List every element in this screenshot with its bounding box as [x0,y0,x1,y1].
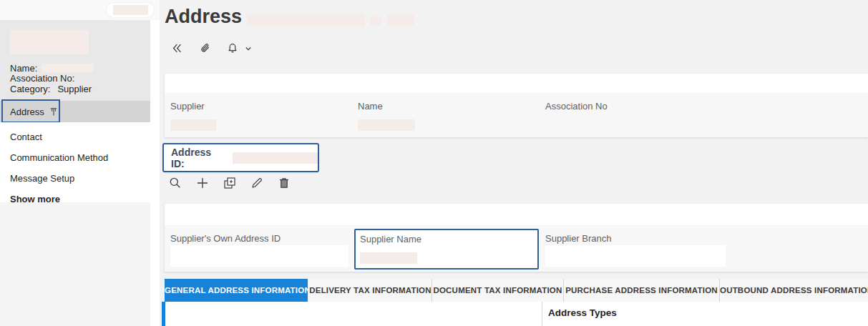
redacted-value [370,16,381,25]
supplier-name-field-highlighted[interactable]: Supplier Name [354,229,539,270]
chevron-down-icon[interactable] [244,44,253,53]
redacted-supplier-value [170,119,216,131]
redacted-value [113,5,148,15]
tab-general-address-information[interactable]: GENERAL ADDRESS INFORMATION [165,279,308,302]
redacted-name-value [42,64,94,72]
category-label: Category: [10,84,50,94]
sidebar-item-communication-method[interactable]: Communication Method [0,148,150,167]
sidebar-item-label: Communication Method [10,152,108,163]
redacted-record-id [10,30,89,54]
redacted-value [387,14,414,26]
overview-card-fields: Supplier Name Association No [165,93,868,137]
search-icon[interactable] [169,177,196,189]
sidebar-bottom-area [0,202,150,326]
redacted-value [247,14,365,26]
tab-delivery-tax-information[interactable]: DELIVERY TAX INFORMATION [309,279,431,302]
sidebar-item-contact[interactable]: Contact [0,127,150,146]
redacted-supplier-name-value [360,252,417,264]
info-category-row: Category:Supplier [10,84,150,95]
sidebar-item-label: Message Setup [10,173,74,184]
supplier-branch-input[interactable] [545,245,726,267]
sidebar-item-label: Address [10,107,44,117]
association-no-field-label: Association No [545,101,608,112]
info-name-row: Name: [10,64,150,74]
category-value: Supplier [57,84,92,94]
record-toolbar [169,177,305,189]
content-divider [542,302,542,326]
association-no-label: Association No: [10,73,74,84]
record-info-panel: Name: Association No: Category:Supplier [0,20,150,101]
info-association-row: Association No: [10,74,150,84]
supplier-field-label: Supplier [170,101,205,112]
supplier-name-label: Supplier Name [360,234,421,244]
detail-card-fields: Supplier's Own Address ID Supplier Name … [165,225,868,272]
title-redacted-values [247,14,414,26]
attachment-icon[interactable] [200,42,212,54]
copy-icon[interactable] [223,177,250,189]
page-title: Address [165,6,242,28]
add-icon[interactable] [196,177,223,189]
suppliers-own-address-id-label: Supplier's Own Address ID [170,233,281,244]
supplier-branch-label: Supplier Branch [545,233,612,244]
name-field-label: Name [358,101,383,112]
pin-icon[interactable] [49,107,58,117]
suppliers-own-address-id-input[interactable] [170,245,348,267]
sidebar-item-address[interactable]: Address [0,101,150,122]
redacted-address-id-value [233,152,318,164]
detail-card: Supplier's Own Address ID Supplier Name … [165,204,868,272]
tab-content-panel: Address Types [162,302,868,326]
address-id-banner: Address ID: [162,143,319,172]
sidebar-top-bar [0,0,160,20]
sidebar: Name: Association No: Category:Supplier … [0,0,160,326]
main-area: Address Supplier Name Association No Add… [160,0,868,326]
sidebar-top-pill [107,3,154,17]
sidebar-item-label: Contact [10,132,42,142]
delete-icon[interactable] [278,177,305,189]
sidebar-menu: Contact Communication Method Message Set… [0,122,150,202]
edit-icon[interactable] [250,177,278,189]
tab-strip: GENERAL ADDRESS INFORMATION DELIVERY TAX… [165,279,868,302]
address-types-heading: Address Types [548,307,617,318]
overview-card: Supplier Name Association No [165,74,868,137]
sidebar-item-message-setup[interactable]: Message Setup [0,169,150,187]
tab-outbound-address-information[interactable]: OUTBOUND ADDRESS INFORMATION [719,279,868,302]
collapse-icon[interactable] [171,42,183,54]
redacted-name-value [358,119,415,131]
name-label: Name: [10,63,37,74]
tab-purchase-address-information[interactable]: PURCHASE ADDRESS INFORMATION [563,279,719,302]
header-toolbar [171,42,253,54]
notifications-icon[interactable] [227,42,238,54]
address-id-label: Address ID: [171,147,227,169]
tab-document-tax-information[interactable]: DOCUMENT TAX INFORMATION [431,279,563,302]
